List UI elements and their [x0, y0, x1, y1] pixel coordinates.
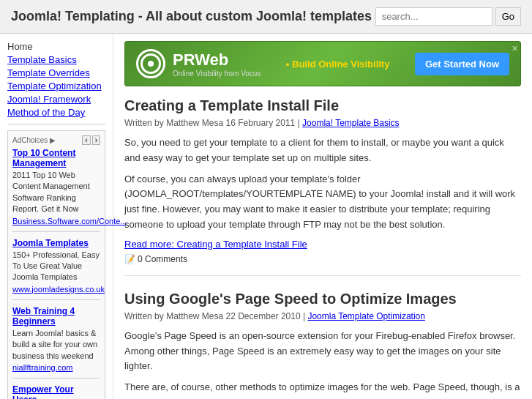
banner-close-icon[interactable]: ✕	[512, 44, 518, 53]
ad-3-text: Learn Joomla! basics & build a site for …	[12, 328, 100, 362]
article-1-title: Creating a Template Install File	[124, 97, 521, 114]
layout: Home Template Basics Template Overrides …	[0, 34, 532, 399]
sidebar-item-template-optimization[interactable]: Template Optimization	[7, 81, 105, 92]
sidebar-item-template-basics[interactable]: Template Basics	[7, 54, 105, 65]
article-1-date: 16 February 2011	[226, 118, 296, 128]
ad-2-link[interactable]: www.joomladesigns.co.uk	[12, 285, 100, 294]
ad-choices: AdChoices ▶ ‹ ›	[12, 135, 100, 145]
ad-item-2: Joomla Templates 150+ Professional, Easy…	[12, 238, 100, 294]
sidebar: Home Template Basics Template Overrides …	[0, 34, 113, 399]
article-2-author: Matthew Mesa	[166, 311, 223, 321]
ad-next-button[interactable]: ›	[92, 135, 100, 145]
banner-brand-info: PRWeb Online Visibility from Vocus	[173, 51, 261, 78]
ad-3-title[interactable]: Web Training 4 Beginners	[12, 306, 75, 327]
comment-icon: 📝	[124, 254, 135, 264]
banner-logo-area: PRWeb Online Visibility from Vocus	[136, 49, 261, 78]
article-1-comments: 📝 0 Comments	[124, 254, 521, 264]
site-title: Joomla! Templating - All about custom Jo…	[11, 9, 372, 24]
ad-separator-3	[12, 378, 100, 379]
ad-choices-icon: ▶	[50, 136, 56, 144]
article-2-date: 22 December 2010	[226, 311, 301, 321]
ad-item-3: Web Training 4 Beginners Learn Joomla! b…	[12, 306, 100, 372]
banner-tagline-prefix: • Build	[286, 59, 318, 70]
ad-3-link[interactable]: niallftraining.com	[12, 363, 100, 372]
article-1-category[interactable]: Joomla! Template Basics	[302, 118, 400, 128]
article-2-category[interactable]: Joomla Template Optimization	[307, 311, 425, 321]
ad-prev-button[interactable]: ‹	[82, 135, 90, 145]
ad-2-title[interactable]: Joomla Templates	[12, 238, 89, 248]
prweb-circle-icon	[136, 49, 165, 78]
article-1-comments-count: 0 Comments	[138, 254, 187, 264]
ad-separator-2	[12, 299, 100, 300]
article-2: Using Google's Page Speed to Optimize Im…	[124, 291, 521, 399]
main-content: ✕ PRWeb Online Visibility from Vocus • B…	[113, 34, 532, 399]
search-button[interactable]: Go	[495, 7, 521, 26]
article-1-author: Matthew Mesa	[166, 118, 223, 128]
sidebar-item-joomla-framework[interactable]: Joomla! Framework	[7, 94, 105, 105]
ad-choices-label: AdChoices	[12, 136, 48, 144]
article-1-body1: So, you need to get your template to a c…	[124, 135, 521, 166]
article-1-read-more[interactable]: Read more: Creating a Template Install F…	[124, 239, 521, 250]
ad-item-4: Empower Your Users	[12, 384, 100, 399]
ad-1-link[interactable]: Business.Software.com/Conte...	[12, 217, 100, 225]
article-2-body1: Google's Page Speed is an open-source ex…	[124, 329, 521, 374]
banner-brand-sub: Online Visibility from Vocus	[173, 70, 261, 78]
ad-separator-1	[12, 231, 100, 232]
ad-1-text: 2011 Top 10 Web Content Management Softw…	[12, 170, 100, 215]
header: Joomla! Templating - All about custom Jo…	[0, 0, 532, 34]
banner-tagline-highlight: Online	[318, 59, 348, 70]
article-1: Creating a Template Install File Written…	[124, 97, 521, 276]
banner-ad: ✕ PRWeb Online Visibility from Vocus • B…	[124, 41, 521, 86]
sidebar-item-home[interactable]: Home	[7, 41, 105, 52]
article-2-meta: Written by Matthew Mesa 22 December 2010…	[124, 311, 521, 321]
article-1-comments-link[interactable]: 📝 0 Comments	[124, 254, 521, 264]
ad-4-title[interactable]: Empower Your Users	[12, 384, 74, 399]
sidebar-item-template-overrides[interactable]: Template Overrides	[7, 67, 105, 78]
article-2-title: Using Google's Page Speed to Optimize Im…	[124, 291, 521, 307]
ad-nav: ‹ ›	[82, 135, 100, 145]
ad-item-1: Top 10 Content Management 2011 Top 10 We…	[12, 148, 100, 225]
banner-tagline: • Build Online Visibility	[286, 59, 390, 70]
sidebar-item-method-of-the-day[interactable]: Method of the Day	[7, 107, 105, 118]
article-1-body2: Of course, you can always upload your te…	[124, 172, 521, 233]
banner-brand: PRWeb	[173, 51, 261, 70]
search-input[interactable]	[375, 7, 492, 26]
sidebar-divider	[7, 124, 105, 124]
ad-1-title[interactable]: Top 10 Content Management	[12, 148, 75, 168]
ad-block: AdChoices ▶ ‹ › Top 10 Content Managemen…	[7, 130, 105, 399]
article-1-meta: Written by Matthew Mesa 16 February 2011…	[124, 118, 521, 128]
banner-tagline-suffix: Visibility	[348, 59, 390, 70]
article-2-body2: There are, of course, other methods to o…	[124, 380, 521, 399]
banner-cta-button[interactable]: Get Started Now	[415, 53, 509, 75]
ad-2-text: 150+ Professional, Easy To Use Great Val…	[12, 250, 100, 283]
search-area: Go	[375, 7, 521, 26]
